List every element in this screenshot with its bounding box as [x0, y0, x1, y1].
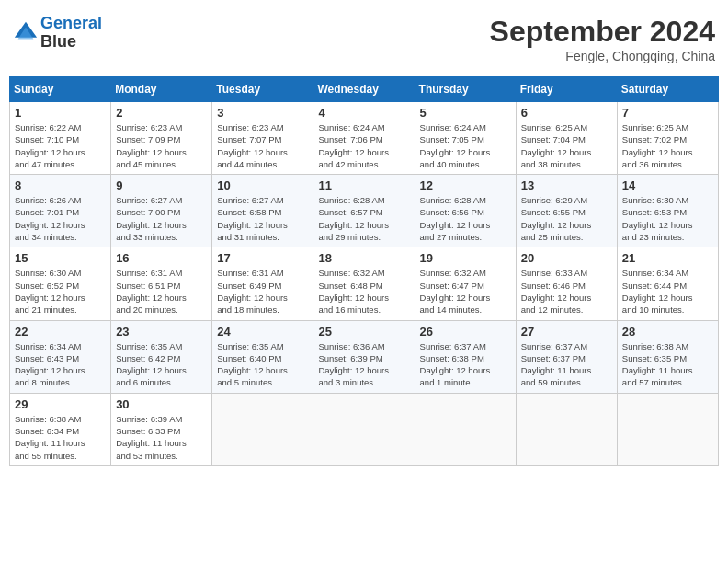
calendar-cell	[212, 393, 313, 465]
day-detail: Sunrise: 6:38 AMSunset: 6:35 PMDaylight:…	[622, 340, 713, 389]
day-detail: Sunrise: 6:37 AMSunset: 6:38 PMDaylight:…	[420, 340, 511, 389]
day-detail: Sunrise: 6:38 AMSunset: 6:34 PMDaylight:…	[15, 413, 106, 462]
day-detail: Sunrise: 6:23 AMSunset: 7:09 PMDaylight:…	[116, 121, 207, 170]
day-number: 28	[622, 325, 713, 339]
day-number: 30	[116, 397, 207, 411]
calendar-cell: 11Sunrise: 6:28 AMSunset: 6:57 PMDayligh…	[313, 175, 415, 247]
logo-text: General Blue	[40, 15, 102, 52]
day-number: 26	[420, 325, 511, 339]
calendar-cell: 21Sunrise: 6:34 AMSunset: 6:44 PMDayligh…	[617, 247, 718, 320]
day-detail: Sunrise: 6:29 AMSunset: 6:55 PMDaylight:…	[521, 194, 612, 243]
calendar-cell: 28Sunrise: 6:38 AMSunset: 6:35 PMDayligh…	[617, 320, 718, 393]
calendar-cell: 8Sunrise: 6:26 AMSunset: 7:01 PMDaylight…	[10, 175, 111, 247]
day-detail: Sunrise: 6:27 AMSunset: 7:00 PMDaylight:…	[116, 194, 207, 243]
calendar-cell: 23Sunrise: 6:35 AMSunset: 6:42 PMDayligh…	[111, 320, 212, 393]
calendar-cell: 12Sunrise: 6:28 AMSunset: 6:56 PMDayligh…	[415, 175, 516, 247]
logo-icon	[13, 20, 39, 46]
day-number: 8	[15, 178, 106, 192]
calendar-cell: 16Sunrise: 6:31 AMSunset: 6:51 PMDayligh…	[111, 247, 212, 320]
day-detail: Sunrise: 6:25 AMSunset: 7:04 PMDaylight:…	[521, 121, 612, 170]
calendar-cell: 24Sunrise: 6:35 AMSunset: 6:40 PMDayligh…	[212, 320, 313, 393]
col-header-wednesday: Wednesday	[313, 77, 415, 102]
calendar-cell: 18Sunrise: 6:32 AMSunset: 6:48 PMDayligh…	[313, 247, 415, 320]
week-row-2: 8Sunrise: 6:26 AMSunset: 7:01 PMDaylight…	[10, 175, 719, 247]
location-title: Fengle, Chongqing, China	[490, 49, 715, 63]
header-row: SundayMondayTuesdayWednesdayThursdayFrid…	[10, 77, 719, 102]
day-number: 27	[521, 325, 612, 339]
calendar-cell: 25Sunrise: 6:36 AMSunset: 6:39 PMDayligh…	[313, 320, 415, 393]
calendar-cell: 4Sunrise: 6:24 AMSunset: 7:06 PMDaylight…	[313, 102, 415, 175]
calendar-cell: 10Sunrise: 6:27 AMSunset: 6:58 PMDayligh…	[212, 175, 313, 247]
calendar-cell: 26Sunrise: 6:37 AMSunset: 6:38 PMDayligh…	[415, 320, 516, 393]
day-number: 6	[521, 106, 612, 120]
col-header-saturday: Saturday	[617, 77, 718, 102]
page-header: General Blue September 2024 Fengle, Chon…	[9, 9, 719, 69]
day-detail: Sunrise: 6:31 AMSunset: 6:51 PMDaylight:…	[116, 267, 207, 316]
calendar-cell: 2Sunrise: 6:23 AMSunset: 7:09 PMDaylight…	[111, 102, 212, 175]
day-number: 21	[622, 251, 713, 265]
day-number: 5	[420, 106, 511, 120]
day-number: 19	[420, 251, 511, 265]
day-detail: Sunrise: 6:23 AMSunset: 7:07 PMDaylight:…	[217, 121, 308, 170]
day-detail: Sunrise: 6:24 AMSunset: 7:06 PMDaylight:…	[318, 121, 409, 170]
calendar-cell: 13Sunrise: 6:29 AMSunset: 6:55 PMDayligh…	[516, 175, 617, 247]
day-number: 2	[116, 106, 207, 120]
day-number: 13	[521, 178, 612, 192]
col-header-tuesday: Tuesday	[212, 77, 313, 102]
calendar-cell: 9Sunrise: 6:27 AMSunset: 7:00 PMDaylight…	[111, 175, 212, 247]
calendar-cell: 7Sunrise: 6:25 AMSunset: 7:02 PMDaylight…	[617, 102, 718, 175]
day-number: 24	[217, 325, 308, 339]
day-detail: Sunrise: 6:30 AMSunset: 6:53 PMDaylight:…	[622, 194, 713, 243]
col-header-friday: Friday	[516, 77, 617, 102]
day-number: 16	[116, 251, 207, 265]
day-detail: Sunrise: 6:31 AMSunset: 6:49 PMDaylight:…	[217, 267, 308, 316]
calendar-cell	[415, 393, 516, 465]
day-number: 11	[318, 178, 409, 192]
month-title: September 2024	[490, 15, 715, 49]
day-detail: Sunrise: 6:37 AMSunset: 6:37 PMDaylight:…	[521, 340, 612, 389]
day-detail: Sunrise: 6:25 AMSunset: 7:02 PMDaylight:…	[622, 121, 713, 170]
logo-line2: Blue	[40, 33, 102, 52]
day-detail: Sunrise: 6:30 AMSunset: 6:52 PMDaylight:…	[15, 267, 106, 316]
day-number: 23	[116, 325, 207, 339]
day-detail: Sunrise: 6:32 AMSunset: 6:48 PMDaylight:…	[318, 267, 409, 316]
col-header-thursday: Thursday	[415, 77, 516, 102]
day-detail: Sunrise: 6:34 AMSunset: 6:43 PMDaylight:…	[15, 340, 106, 389]
calendar-cell: 29Sunrise: 6:38 AMSunset: 6:34 PMDayligh…	[10, 393, 111, 465]
week-row-1: 1Sunrise: 6:22 AMSunset: 7:10 PMDaylight…	[10, 102, 719, 175]
day-number: 22	[15, 325, 106, 339]
day-detail: Sunrise: 6:35 AMSunset: 6:40 PMDaylight:…	[217, 340, 308, 389]
calendar-cell: 17Sunrise: 6:31 AMSunset: 6:49 PMDayligh…	[212, 247, 313, 320]
day-detail: Sunrise: 6:27 AMSunset: 6:58 PMDaylight:…	[217, 194, 308, 243]
calendar-cell: 15Sunrise: 6:30 AMSunset: 6:52 PMDayligh…	[10, 247, 111, 320]
day-detail: Sunrise: 6:39 AMSunset: 6:33 PMDaylight:…	[116, 413, 207, 462]
day-number: 18	[318, 251, 409, 265]
day-detail: Sunrise: 6:28 AMSunset: 6:56 PMDaylight:…	[420, 194, 511, 243]
day-detail: Sunrise: 6:26 AMSunset: 7:01 PMDaylight:…	[15, 194, 106, 243]
day-number: 12	[420, 178, 511, 192]
calendar-table: SundayMondayTuesdayWednesdayThursdayFrid…	[9, 76, 719, 466]
day-detail: Sunrise: 6:33 AMSunset: 6:46 PMDaylight:…	[521, 267, 612, 316]
logo-line1: General	[40, 14, 102, 32]
day-detail: Sunrise: 6:24 AMSunset: 7:05 PMDaylight:…	[420, 121, 511, 170]
calendar-cell: 1Sunrise: 6:22 AMSunset: 7:10 PMDaylight…	[10, 102, 111, 175]
calendar-cell: 14Sunrise: 6:30 AMSunset: 6:53 PMDayligh…	[617, 175, 718, 247]
col-header-monday: Monday	[111, 77, 212, 102]
logo: General Blue	[13, 15, 102, 52]
week-row-4: 22Sunrise: 6:34 AMSunset: 6:43 PMDayligh…	[10, 320, 719, 393]
day-number: 9	[116, 178, 207, 192]
calendar-cell: 27Sunrise: 6:37 AMSunset: 6:37 PMDayligh…	[516, 320, 617, 393]
calendar-cell: 20Sunrise: 6:33 AMSunset: 6:46 PMDayligh…	[516, 247, 617, 320]
day-detail: Sunrise: 6:35 AMSunset: 6:42 PMDaylight:…	[116, 340, 207, 389]
calendar-cell: 6Sunrise: 6:25 AMSunset: 7:04 PMDaylight…	[516, 102, 617, 175]
calendar-cell: 3Sunrise: 6:23 AMSunset: 7:07 PMDaylight…	[212, 102, 313, 175]
day-detail: Sunrise: 6:32 AMSunset: 6:47 PMDaylight:…	[420, 267, 511, 316]
day-detail: Sunrise: 6:36 AMSunset: 6:39 PMDaylight:…	[318, 340, 409, 389]
day-number: 20	[521, 251, 612, 265]
week-row-3: 15Sunrise: 6:30 AMSunset: 6:52 PMDayligh…	[10, 247, 719, 320]
day-number: 1	[15, 106, 106, 120]
calendar-cell: 22Sunrise: 6:34 AMSunset: 6:43 PMDayligh…	[10, 320, 111, 393]
day-detail: Sunrise: 6:34 AMSunset: 6:44 PMDaylight:…	[622, 267, 713, 316]
day-detail: Sunrise: 6:22 AMSunset: 7:10 PMDaylight:…	[15, 121, 106, 170]
title-block: September 2024 Fengle, Chongqing, China	[490, 15, 715, 63]
